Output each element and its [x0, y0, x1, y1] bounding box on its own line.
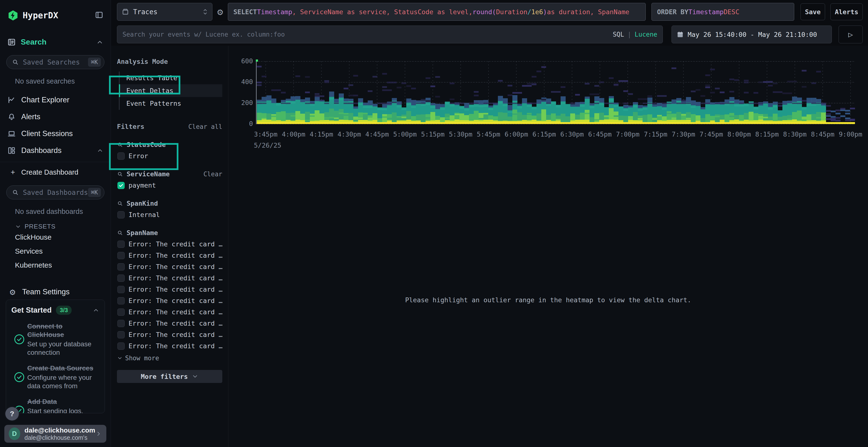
presets-toggle[interactable]: PRESETS [0, 215, 111, 230]
preset-dashboard-services[interactable]: Services [0, 244, 111, 258]
get-started-step[interactable]: Create Data Sources Configure where your… [11, 364, 99, 390]
svg-text:6:00pm: 6:00pm [505, 131, 528, 138]
filter-group-title: StatusCode [127, 141, 222, 148]
svg-text:6:45pm: 6:45pm [588, 131, 612, 138]
checkbox-unchecked[interactable] [117, 152, 125, 160]
filter-group-title: SpanName [127, 229, 222, 237]
preset-dashboard-clickhouse[interactable]: ClickHouse [0, 230, 111, 244]
show-more-link[interactable]: Show more [117, 354, 222, 362]
sidebar-item-label: Search [21, 38, 96, 46]
search-icon [117, 200, 123, 207]
progress-badge: 3/3 [56, 306, 72, 315]
sidebar-item-dashboards[interactable]: Dashboards [0, 142, 111, 159]
get-started-step[interactable]: Add Data Start sending logs, metrics, or… [11, 398, 99, 413]
alerts-button[interactable]: Alerts [830, 3, 863, 20]
checkbox-unchecked[interactable] [117, 252, 125, 259]
sidebar-item-team-settings[interactable]: ⚙ Team Settings [0, 272, 111, 297]
source-settings-gear-icon[interactable]: ⚙ [217, 6, 223, 18]
get-started-card: Get Started 3/3 Connect to ClickHouse Se… [6, 300, 105, 413]
sidebar-collapse-icon[interactable] [95, 10, 103, 20]
sidebar-item-alerts[interactable]: Alerts [0, 108, 111, 125]
filter-panel: Analysis Mode Results TableEvent DeltasE… [111, 46, 228, 447]
filter-option[interactable]: Error: The credit card … [117, 342, 222, 350]
svg-text:4:15pm: 4:15pm [310, 131, 333, 138]
language-toggle-sql[interactable]: SQL [613, 31, 624, 38]
svg-text:8:30pm: 8:30pm [783, 131, 807, 138]
chevron-up-icon[interactable] [93, 307, 99, 314]
filter-option-label: Error: The credit card … [128, 274, 222, 282]
filter-option[interactable]: payment [117, 182, 222, 189]
sql-select-input[interactable]: SELECT Timestamp, ServiceName as service… [228, 3, 646, 21]
checkbox-unchecked[interactable] [117, 241, 125, 248]
date-range-picker[interactable]: May 26 15:40:00 - May 26 21:10:00 [672, 26, 832, 43]
filter-option[interactable]: Error: The credit card … [117, 308, 222, 316]
filter-option[interactable]: Error [117, 152, 222, 160]
source-select[interactable]: Traces [117, 3, 212, 21]
sql-token: ) [543, 8, 547, 16]
dashboards-icon [7, 146, 16, 155]
checkbox-unchecked[interactable] [117, 331, 125, 338]
analysis-mode-option-event-patterns[interactable]: Event Patterns [120, 97, 222, 110]
checkbox-checked[interactable] [117, 182, 125, 189]
clear-all-link[interactable]: Clear all [188, 123, 222, 130]
user-menu[interactable]: D dale@clickhouse.com dale@clickhouse.co… [4, 425, 106, 443]
checkbox-unchecked[interactable] [117, 342, 125, 350]
svg-text:5:30pm: 5:30pm [449, 131, 472, 138]
date-range-text: May 26 15:40:00 - May 26 21:10:00 [688, 31, 817, 38]
search-icon [12, 59, 19, 66]
filter-option[interactable]: Internal [117, 211, 222, 218]
filter-option[interactable]: Error: The credit card … [117, 331, 222, 338]
svg-text:8:15pm: 8:15pm [755, 131, 779, 138]
order-by-input[interactable]: ORDER BY Timestamp DESC [651, 3, 794, 21]
sidebar-item-chart-explorer[interactable]: Chart Explorer [0, 92, 111, 108]
checkbox-unchecked[interactable] [117, 309, 125, 316]
sql-token: DESC [723, 8, 739, 16]
sidebar-item-search[interactable]: Search [0, 38, 111, 46]
checkbox-unchecked[interactable] [117, 320, 125, 327]
filter-option[interactable]: Error: The credit card … [117, 319, 222, 327]
filter-option-label: Error: The credit card … [128, 297, 222, 304]
filter-option[interactable]: Error: The credit card … [117, 286, 222, 293]
filter-option[interactable]: Error: The credit card … [117, 240, 222, 248]
svg-text:400: 400 [241, 78, 253, 85]
filter-option-label: Error: The credit card … [128, 252, 222, 259]
filters-title: Filters [117, 123, 145, 130]
filter-option-label: Internal [128, 211, 160, 218]
get-started-step[interactable]: Connect to ClickHouse Set up your databa… [11, 322, 99, 357]
chart-icon [7, 96, 16, 104]
save-button[interactable]: Save [801, 3, 825, 20]
analysis-mode-list: Results TableEvent DeltasEvent Patterns [119, 72, 222, 110]
filter-group-spankind: SpanKindInternal [117, 200, 222, 218]
sidebar-item-client-sessions[interactable]: Client Sessions [0, 125, 111, 142]
language-toggle-divider: | [627, 31, 631, 38]
language-toggle-lucene[interactable]: Lucene [634, 31, 657, 38]
saved-searches-input[interactable]: Saved Searches ⌘K [6, 55, 104, 69]
duration-heatmap[interactable]: 60040020003:45pm4:00pm4:15pm4:30pm4:45pm… [228, 46, 868, 157]
analysis-mode-option-results-table[interactable]: Results Table [120, 72, 222, 84]
event-search-input[interactable]: Search your events w/ Lucene ex. column:… [117, 26, 663, 43]
create-dashboard-button[interactable]: + Create Dashboard [0, 162, 111, 177]
svg-text:7:00pm: 7:00pm [616, 131, 640, 138]
analysis-mode-option-event-deltas[interactable]: Event Deltas [120, 84, 222, 97]
filter-option[interactable]: Error: The credit card … [117, 297, 222, 304]
preset-dashboard-kubernetes[interactable]: Kubernetes [0, 258, 111, 272]
filter-option-label: Error: The credit card … [128, 331, 222, 338]
checkbox-unchecked[interactable] [117, 275, 125, 282]
sql-token: 1e6 [531, 8, 543, 16]
live-tail-play-button[interactable]: ▷ [839, 26, 863, 43]
filter-option[interactable]: Error: The credit card … [117, 274, 222, 282]
filter-option[interactable]: Error: The credit card … [117, 252, 222, 259]
more-filters-button[interactable]: More filters [117, 370, 222, 383]
help-button[interactable]: ? [5, 407, 19, 420]
checkbox-unchecked[interactable] [117, 286, 125, 293]
table-source-icon [122, 8, 129, 16]
checkbox-unchecked[interactable] [117, 263, 125, 271]
clear-filter-link[interactable]: Clear [204, 171, 222, 178]
analysis-mode-title: Analysis Mode [117, 58, 222, 65]
checkbox-unchecked[interactable] [117, 211, 125, 218]
chevron-down-icon [117, 355, 123, 361]
filter-option[interactable]: Error: The credit card … [117, 263, 222, 271]
avatar: D [9, 427, 20, 440]
saved-dashboards-input[interactable]: Saved Dashboards ⌘K [6, 185, 104, 199]
checkbox-unchecked[interactable] [117, 297, 125, 304]
